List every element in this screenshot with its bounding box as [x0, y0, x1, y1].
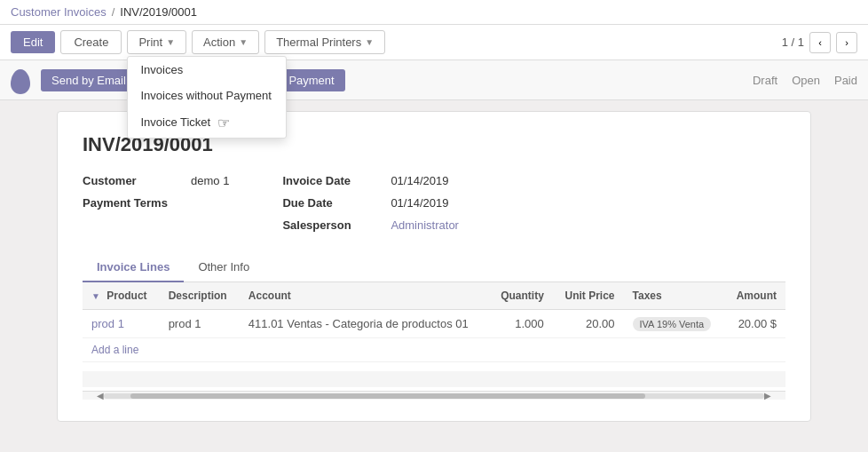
invoice-date-value: 01/14/2019	[391, 174, 448, 187]
table-row: prod 1 prod 1 411.01 Ventas - Categoria …	[83, 310, 785, 338]
scroll-right-icon[interactable]: ▶	[764, 391, 771, 400]
edit-button[interactable]: Edit	[11, 31, 55, 53]
info-right: Invoice Date 01/14/2019 Due Date 01/14/2…	[282, 174, 459, 232]
invoices-without-payment-label: Invoices without Payment	[140, 89, 271, 102]
invoice-ticket-label: Invoice Ticket	[140, 115, 210, 129]
cell-quantity: 1.000	[489, 310, 553, 338]
cell-amount: 20.00 $	[724, 310, 785, 338]
col-header-amount: Amount	[724, 282, 785, 310]
invoice-date-row: Invoice Date 01/14/2019	[282, 174, 459, 187]
col-account-label: Account	[249, 289, 291, 302]
payment-terms-row: Payment Terms	[83, 196, 229, 210]
cell-unit-price: 20.00	[553, 310, 624, 338]
salesperson-value[interactable]: Administrator	[391, 218, 459, 232]
invoices-label: Invoices	[140, 63, 183, 76]
print-dropdown-menu: Invoices Invoices without Payment Invoic…	[127, 56, 287, 139]
create-button[interactable]: Create	[60, 30, 122, 54]
add-line-link[interactable]: Add a line	[91, 344, 138, 356]
tax-badge: IVA 19% Venta	[633, 317, 712, 331]
status-paid: Paid	[834, 74, 857, 87]
h-scrollbar[interactable]: ◀ ▶	[83, 391, 785, 400]
due-date-row: Due Date 01/14/2019	[282, 196, 459, 210]
col-amount-label: Amount	[737, 289, 777, 302]
cell-taxes: IVA 19% Venta	[624, 310, 725, 338]
cell-product[interactable]: prod 1	[83, 310, 160, 338]
cell-description: prod 1	[160, 310, 240, 338]
action-button-label: Action	[203, 36, 235, 49]
print-menu-item-invoices[interactable]: Invoices	[128, 57, 286, 83]
scrollbar-thumb	[130, 393, 645, 399]
pagination-text: 1 / 1	[782, 36, 804, 49]
customer-value: demo 1	[191, 174, 229, 187]
add-line-cell: Add a line	[83, 338, 785, 362]
col-taxes-label: Taxes	[633, 289, 662, 302]
scroll-left-icon[interactable]: ◀	[97, 391, 104, 400]
send-by-email-button[interactable]: Send by Email	[41, 69, 137, 91]
tabs: Invoice Lines Other Info	[83, 253, 785, 282]
due-date-label: Due Date	[282, 196, 380, 210]
col-header-quantity: Quantity	[489, 282, 553, 310]
breadcrumb-separator: /	[112, 5, 115, 19]
print-button-label: Print	[138, 36, 162, 49]
prev-page-button[interactable]: ‹	[809, 32, 831, 53]
print-button[interactable]: Print ▼	[127, 30, 186, 54]
customer-label: Customer	[83, 174, 180, 187]
invoice-card: INV/2019/0001 Customer demo 1 Payment Te…	[57, 111, 811, 422]
col-unit-price-label: Unit Price	[565, 289, 615, 302]
col-description-label: Description	[169, 289, 227, 302]
pagination-area: 1 / 1 ‹ ›	[782, 32, 857, 53]
cursor-hand-icon: ☞	[217, 115, 230, 131]
info-grid: Customer demo 1 Payment Terms Invoice Da…	[83, 174, 785, 232]
status-buttons: Draft Open Paid	[753, 74, 857, 87]
breadcrumb-current: INV/2019/0001	[120, 5, 197, 19]
add-line-row: Add a line	[83, 338, 785, 362]
salesperson-label: Salesperson	[282, 218, 380, 232]
status-open: Open	[792, 74, 820, 87]
col-header-unit-price: Unit Price	[553, 282, 624, 310]
action-button[interactable]: Action ▼	[192, 30, 259, 54]
table-header-row: ▼ Product Description Account Quantity U…	[83, 282, 785, 310]
scrollbar-track	[104, 393, 764, 399]
invoice-date-label: Invoice Date	[282, 174, 380, 187]
col-product-label: Product	[107, 289, 146, 302]
invoice-table: ▼ Product Description Account Quantity U…	[83, 282, 785, 362]
cell-account: 411.01 Ventas - Categoria de productos 0…	[240, 310, 489, 338]
print-arrow-icon: ▼	[166, 37, 175, 47]
thermal-arrow-icon: ▼	[365, 37, 374, 47]
main-content: INV/2019/0001 Customer demo 1 Payment Te…	[0, 100, 868, 452]
thermal-button-label: Thermal Printers	[276, 36, 361, 49]
print-menu-item-invoices-without-payment[interactable]: Invoices without Payment	[128, 83, 286, 108]
info-left: Customer demo 1 Payment Terms	[83, 174, 229, 232]
breadcrumb-bar: Customer Invoices / INV/2019/0001	[0, 0, 868, 25]
scroll-area	[83, 371, 785, 387]
col-header-account: Account	[240, 282, 489, 310]
toolbar: Edit Create Print ▼ Invoices Invoices wi…	[0, 25, 868, 60]
tab-other-info[interactable]: Other Info	[184, 253, 264, 282]
breadcrumb-parent-link[interactable]: Customer Invoices	[11, 5, 107, 19]
salesperson-row: Salesperson Administrator	[282, 218, 459, 232]
avatar-drop	[11, 69, 30, 94]
col-header-description: Description	[160, 282, 240, 310]
col-quantity-label: Quantity	[501, 289, 544, 302]
action-arrow-icon: ▼	[239, 37, 248, 47]
print-menu-item-invoice-ticket[interactable]: Invoice Ticket ☞	[128, 108, 286, 138]
status-draft: Draft	[753, 74, 777, 87]
tab-invoice-lines[interactable]: Invoice Lines	[83, 253, 184, 282]
due-date-value: 01/14/2019	[391, 196, 448, 210]
sort-arrow-icon: ▼	[91, 291, 100, 301]
col-header-product: ▼ Product	[83, 282, 160, 310]
tab-other-info-label: Other Info	[198, 260, 249, 274]
col-header-taxes: Taxes	[624, 282, 725, 310]
tab-invoice-lines-label: Invoice Lines	[97, 260, 170, 274]
thermal-printers-button[interactable]: Thermal Printers ▼	[264, 30, 385, 54]
payment-terms-label: Payment Terms	[83, 196, 180, 210]
print-dropdown-container: Print ▼ Invoices Invoices without Paymen…	[127, 30, 186, 54]
customer-row: Customer demo 1	[83, 174, 229, 187]
next-page-button[interactable]: ›	[836, 32, 857, 53]
